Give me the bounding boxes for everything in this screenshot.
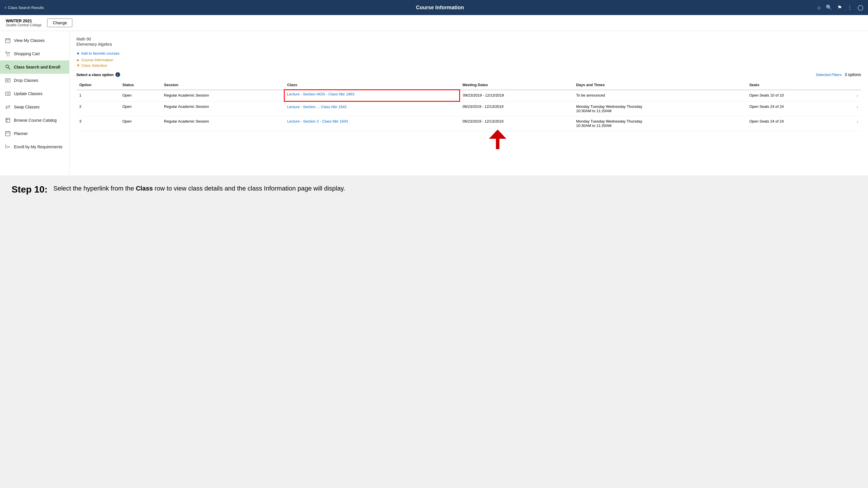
options-count: 3 options: [844, 72, 861, 77]
term-info: WINTER 2021 Seattle Central College: [6, 19, 41, 27]
sidebar-item-drop-classes[interactable]: Drop Classes: [0, 74, 69, 87]
course-info-label[interactable]: Course Information: [81, 58, 114, 62]
home-icon[interactable]: ⌂: [817, 5, 820, 11]
col-header-status: Status: [120, 80, 161, 90]
class-link-3[interactable]: Lecture - Section 2 - Class Nbr 1643: [287, 119, 348, 124]
table-header-row: Option Status Session Class Meeting Date…: [76, 80, 861, 90]
status-open: Open: [120, 90, 161, 101]
sidebar-item-planner[interactable]: Planner: [0, 127, 69, 140]
session-type-3: Regular Academic Session: [161, 116, 284, 131]
sidebar-label-update-classes: Update Classes: [14, 91, 42, 96]
enroll-requirements-icon: [5, 144, 11, 150]
session-type: Regular Academic Session: [161, 90, 284, 101]
row-chevron-1[interactable]: ›: [843, 90, 861, 101]
swap-classes-icon: [5, 104, 11, 110]
sidebar-label-browse-catalog: Browse Course Catalog: [14, 118, 57, 123]
status-open-3: Open: [120, 116, 161, 131]
option-number-3: 3: [76, 116, 120, 131]
sidebar-item-view-my-classes[interactable]: View My Classes: [0, 34, 69, 47]
step-text-after: row to view class details and the class …: [153, 185, 345, 192]
sidebar-item-class-search-enroll[interactable]: Class Search and Enroll: [0, 60, 69, 74]
sidebar-label-view-my-classes: View My Classes: [14, 38, 44, 43]
svg-point-6: [6, 65, 9, 68]
row-chevron-3[interactable]: ›: [843, 116, 861, 131]
seats-1: Open Seats 10 of 10: [746, 90, 843, 101]
sidebar-label-enroll-by-requirements: Enroll by My Requirements: [14, 144, 62, 149]
col-header-seats: Seats: [746, 80, 843, 90]
days-times-1: To be announced: [573, 90, 746, 101]
header-actions: ⌂ 🔍 ⚑ ⋮ ◯: [817, 4, 863, 11]
search-enroll-icon: [5, 64, 11, 70]
term-label: WINTER 2021: [6, 19, 41, 23]
class-link-cell-2: Lecture - Section ... Class Nbr 1642: [284, 101, 460, 116]
page-title: Course Information: [62, 5, 817, 11]
institution-label: Seattle Central College: [6, 23, 41, 27]
class-selection-expand[interactable]: ▼ Class Selection: [76, 63, 861, 68]
annotation-arrow-container: [76, 130, 861, 150]
selected-filters-link[interactable]: Selected Filters: [816, 72, 842, 77]
col-header-meeting-dates: Meeting Dates: [460, 80, 573, 90]
planner-icon: [5, 130, 11, 137]
class-table: Option Status Session Class Meeting Date…: [76, 80, 861, 131]
collapse-arrow-icon: ▼: [76, 63, 80, 68]
course-info-expand[interactable]: ► Course Information: [76, 58, 861, 62]
favorite-link-label[interactable]: Add to favorite courses: [81, 51, 120, 56]
col-header-arrow: [843, 80, 861, 90]
flag-icon[interactable]: ⚑: [837, 4, 842, 11]
sidebar-label-class-search-enroll: Class Search and Enroll: [14, 65, 60, 69]
svg-point-4: [7, 56, 8, 56]
seats-2: Open Seats 24 of 24: [746, 101, 843, 116]
red-arrow-annotation: [489, 130, 506, 150]
row-chevron-2[interactable]: ›: [843, 101, 861, 116]
back-navigation[interactable]: ‹ Class Search Results: [5, 5, 62, 10]
sidebar-item-browse-course-catalog[interactable]: Browse Course Catalog: [0, 113, 69, 127]
select-option-text: Select a class option i: [76, 72, 120, 77]
star-icon: ★: [76, 51, 80, 56]
svg-point-5: [9, 56, 10, 56]
sidebar-item-swap-classes[interactable]: Swap Classes: [0, 100, 69, 113]
days-times-3: Monday Tuesday Wednesday Thursday 10:30A…: [573, 116, 746, 131]
svg-rect-15: [5, 132, 10, 136]
content-area: Math 90 Elementary Algebra ★ Add to favo…: [69, 31, 868, 175]
class-link-1[interactable]: Lecture - Section HOG - Class Nbr 1963: [287, 92, 354, 96]
change-button[interactable]: Change: [47, 19, 72, 27]
info-icon[interactable]: i: [116, 72, 120, 77]
select-option-row: Select a class option i Selected Filters…: [76, 72, 861, 77]
add-favorite-link[interactable]: ★ Add to favorite courses: [76, 51, 861, 56]
step-description: Select the hyperlink from the Class row …: [53, 184, 345, 193]
sidebar: View My Classes Shopping Cart Class Sear…: [0, 31, 69, 175]
col-header-session: Session: [161, 80, 284, 90]
step-text-bold: Class: [136, 185, 153, 192]
search-icon[interactable]: 🔍: [826, 4, 832, 11]
col-header-class: Class: [284, 80, 460, 90]
browse-catalog-icon: [5, 117, 11, 124]
course-name: Elementary Algebra: [76, 42, 861, 46]
sidebar-label-planner: Planner: [14, 131, 28, 136]
back-arrow-icon: ‹: [5, 5, 6, 10]
table-row: 2 Open Regular Academic Session Lecture …: [76, 101, 861, 116]
back-label[interactable]: Class Search Results: [8, 5, 44, 10]
svg-rect-0: [5, 39, 10, 43]
update-classes-icon: [5, 91, 11, 97]
meeting-dates-1: 09/23/2019 - 12/13/2019: [460, 90, 573, 101]
user-icon[interactable]: ◯: [858, 4, 863, 11]
select-option-label: Select a class option: [76, 72, 114, 77]
meeting-dates-3: 09/23/2019 - 12/13/2019: [460, 116, 573, 131]
class-selection-label[interactable]: Class Selection: [81, 63, 107, 68]
sidebar-item-update-classes[interactable]: Update Classes: [0, 87, 69, 100]
course-number: Math 90: [76, 37, 861, 41]
sidebar-label-drop-classes: Drop Classes: [14, 78, 38, 83]
expand-arrow-icon: ►: [76, 58, 80, 62]
option-number: 1: [76, 90, 120, 101]
more-icon[interactable]: ⋮: [847, 4, 852, 11]
step-instruction-area: Step 10: Select the hyperlink from the C…: [0, 175, 868, 203]
class-link-2[interactable]: Lecture - Section ... Class Nbr 1642: [287, 105, 347, 109]
sidebar-item-enroll-by-requirements[interactable]: Enroll by My Requirements: [0, 140, 69, 154]
app-header: ‹ Class Search Results Course Informatio…: [0, 0, 868, 15]
class-link-cell-3: Lecture - Section 2 - Class Nbr 1643: [284, 116, 460, 131]
svg-rect-23: [496, 138, 499, 149]
col-header-option: Option: [76, 80, 120, 90]
sidebar-item-shopping-cart[interactable]: Shopping Cart: [0, 47, 69, 60]
sidebar-label-shopping-cart: Shopping Cart: [14, 52, 40, 56]
status-open-2: Open: [120, 101, 161, 116]
